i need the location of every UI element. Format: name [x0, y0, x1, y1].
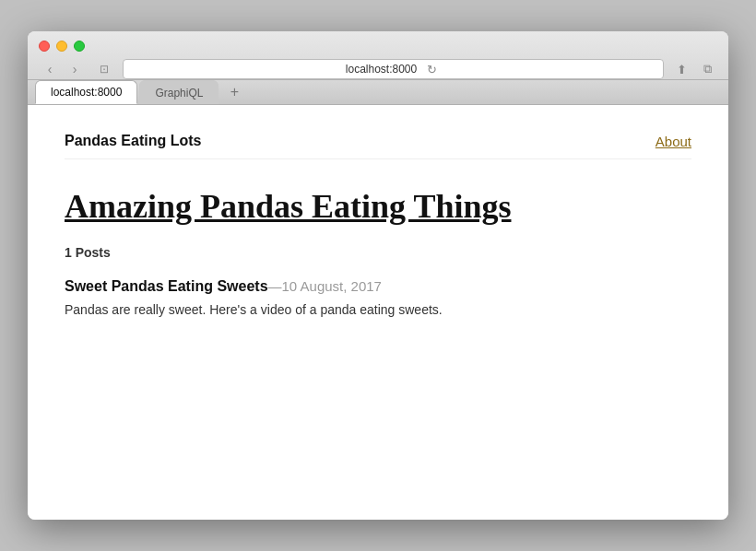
back-button[interactable]: ‹: [39, 60, 61, 78]
traffic-lights: [39, 41, 717, 52]
post-title-line: Sweet Pandas Eating Sweets — 10 August, …: [65, 278, 691, 295]
forward-icon: ›: [73, 62, 77, 76]
browser-window: ‹ › ⊡ localhost:8000 ↻ ⬆ ⧉: [28, 31, 728, 520]
duplicate-icon: ⧉: [703, 62, 712, 76]
post-date: 10 August, 2017: [282, 278, 382, 294]
tab-label: GraphiQL: [155, 87, 203, 100]
address-text: localhost:8000: [346, 63, 417, 76]
post-separator: —: [268, 278, 282, 294]
tab-graphiql[interactable]: GraphiQL: [139, 80, 219, 104]
new-tab-button[interactable]: +: [224, 82, 244, 102]
toolbar: ‹ › ⊡ localhost:8000 ↻ ⬆ ⧉: [39, 59, 717, 79]
posts-count: 1 Posts: [65, 245, 691, 260]
address-bar[interactable]: localhost:8000 ↻: [123, 59, 664, 79]
tab-view-button[interactable]: ⊡: [93, 60, 115, 78]
tab-localhost[interactable]: localhost:8000: [35, 80, 137, 104]
reload-icon: ↻: [427, 63, 437, 76]
page-content: Pandas Eating Lots About Amazing Pandas …: [28, 105, 728, 520]
share-icon: ⬆: [677, 63, 687, 76]
tab-label: localhost:8000: [51, 86, 122, 99]
site-header: Pandas Eating Lots About: [65, 133, 691, 159]
close-button[interactable]: [39, 41, 50, 52]
back-icon: ‹: [48, 62, 53, 76]
post-item: Sweet Pandas Eating Sweets — 10 August, …: [65, 278, 691, 320]
post-title: Sweet Pandas Eating Sweets: [65, 278, 268, 295]
tabs-bar: localhost:8000 GraphiQL +: [28, 80, 728, 105]
site-title: Pandas Eating Lots: [65, 133, 201, 149]
page-heading: Amazing Pandas Eating Things: [65, 187, 691, 227]
maximize-button[interactable]: [74, 41, 85, 52]
about-link[interactable]: About: [656, 134, 691, 149]
share-button[interactable]: ⬆: [671, 60, 691, 78]
post-excerpt: Pandas are really sweet. Here's a video …: [65, 300, 691, 320]
minimize-button[interactable]: [56, 41, 67, 52]
action-buttons: ⬆ ⧉: [671, 60, 717, 78]
nav-buttons: ‹ ›: [39, 60, 86, 78]
forward-button[interactable]: ›: [64, 60, 86, 78]
reload-button[interactable]: ↻: [422, 60, 441, 78]
tab-view-icon: ⊡: [100, 63, 109, 76]
duplicate-button[interactable]: ⧉: [697, 60, 717, 78]
add-tab-icon: +: [230, 84, 239, 100]
title-bar: ‹ › ⊡ localhost:8000 ↻ ⬆ ⧉: [28, 31, 728, 80]
